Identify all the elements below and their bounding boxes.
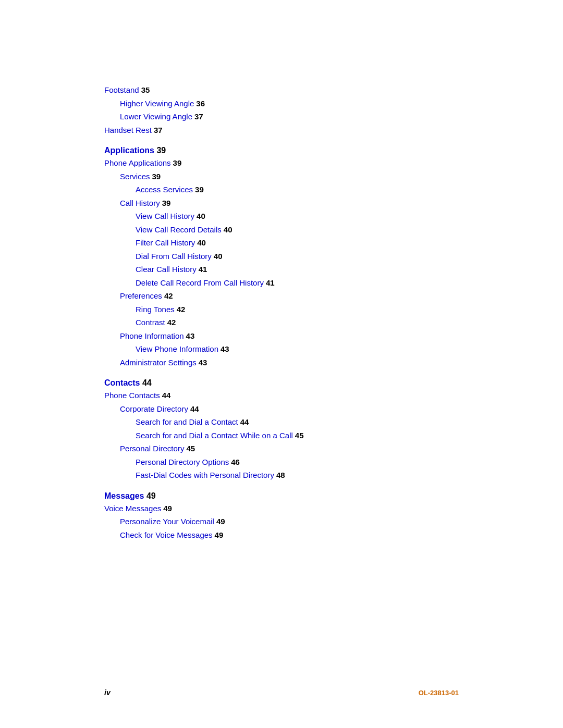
toc-entry-text: Filter Call History xyxy=(136,238,195,247)
toc-entry-text: Phone Applications xyxy=(104,158,171,167)
toc-entry: Phone Information43 xyxy=(120,329,459,343)
footer-page-number: iv xyxy=(104,688,111,697)
toc-entry-text: Corporate Directory xyxy=(120,404,188,413)
toc-entry-page: 44 xyxy=(240,417,249,426)
toc-entry-page: 48 xyxy=(276,471,285,479)
toc-entry-text: Phone Information xyxy=(120,331,184,340)
toc-entry-text: Ring Tones xyxy=(136,305,175,314)
toc-entry-text: Administrator Settings xyxy=(120,358,197,367)
toc-entry-text: Phone Contacts xyxy=(104,391,160,400)
toc-entry-page: 37 xyxy=(154,126,163,134)
toc-entry-page: 35 xyxy=(141,85,150,94)
toc-entry: Ring Tones42 xyxy=(136,303,459,316)
toc-entry: View Call History40 xyxy=(136,209,459,223)
toc-entry-page: 40 xyxy=(197,212,205,220)
toc-entry: Services39 xyxy=(120,170,459,183)
section-heading-page: 39 xyxy=(156,146,166,155)
toc-entry: Footstand35 xyxy=(104,83,459,97)
toc-entry-text: Personalize Your Voicemail xyxy=(120,517,214,526)
toc-entry-text: Dial From Call History xyxy=(136,252,212,261)
toc-entry: Personalize Your Voicemail49 xyxy=(120,515,459,528)
toc-entry: Messages 49 xyxy=(104,491,459,501)
section-heading-text: Applications xyxy=(104,146,154,155)
toc-entry-text: Call History xyxy=(120,199,160,207)
toc-entry-text: Lower Viewing Angle xyxy=(120,112,192,121)
toc-entry-text: Check for Voice Messages xyxy=(120,530,213,539)
toc-entry-page: 43 xyxy=(186,331,195,340)
toc-entry-page: 43 xyxy=(221,344,229,353)
toc-entry-page: 39 xyxy=(162,199,171,207)
toc-entry: Check for Voice Messages49 xyxy=(120,528,459,542)
toc-entry-page: 45 xyxy=(186,444,195,453)
toc-entry: View Call Record Details40 xyxy=(136,223,459,237)
toc-entry: Voice Messages49 xyxy=(104,502,459,515)
toc-container: Footstand35Higher Viewing Angle36Lower V… xyxy=(104,83,459,541)
toc-entry-page: 41 xyxy=(266,278,275,287)
toc-entry: Phone Contacts44 xyxy=(104,389,459,402)
toc-entry-page: 40 xyxy=(214,252,223,261)
toc-entry-page: 39 xyxy=(173,158,182,167)
toc-entry-page: 49 xyxy=(216,517,225,526)
toc-entry-page: 49 xyxy=(215,530,224,539)
toc-entry-page: 44 xyxy=(162,391,171,400)
toc-entry: Contacts 44 xyxy=(104,378,459,388)
toc-entry: Search for and Dial a Contact While on a… xyxy=(136,429,459,442)
toc-entry: Access Services39 xyxy=(136,183,459,196)
toc-entry-text: Personal Directory Options xyxy=(136,458,229,466)
toc-entry-text: View Call History xyxy=(136,212,194,220)
toc-entry: Higher Viewing Angle36 xyxy=(120,97,459,110)
toc-entry: Clear Call History41 xyxy=(136,263,459,276)
section-heading-page: 44 xyxy=(142,378,152,387)
toc-entry: Administrator Settings43 xyxy=(120,356,459,369)
toc-entry: Fast-Dial Codes with Personal Directory4… xyxy=(136,468,459,482)
toc-entry-text: Voice Messages xyxy=(104,504,161,513)
toc-entry-page: 36 xyxy=(196,99,205,108)
toc-entry-page: 40 xyxy=(197,238,206,247)
toc-entry-text: Contrast xyxy=(136,318,165,327)
toc-entry-text: Access Services xyxy=(136,185,193,194)
toc-entry-page: 39 xyxy=(152,172,161,181)
section-heading-text: Messages xyxy=(104,491,144,500)
toc-entry: View Phone Information43 xyxy=(136,342,459,356)
toc-entry-page: 41 xyxy=(199,265,207,274)
toc-entry-text: Fast-Dial Codes with Personal Directory xyxy=(136,471,274,479)
section-heading-text: Contacts xyxy=(104,378,140,387)
toc-entry-page: 44 xyxy=(190,404,199,413)
toc-entry-text: Handset Rest xyxy=(104,126,152,134)
toc-entry-page: 37 xyxy=(194,112,203,121)
toc-entry-text: Search for and Dial a Contact xyxy=(136,417,238,426)
toc-entry-page: 43 xyxy=(199,358,207,367)
footer-doc-number: OL-23813-01 xyxy=(419,689,459,697)
toc-entry-page: 46 xyxy=(231,458,240,466)
toc-entry-text: View Call Record Details xyxy=(136,225,222,234)
toc-entry: Contrast42 xyxy=(136,316,459,329)
toc-entry: Phone Applications39 xyxy=(104,156,459,170)
toc-entry: Applications 39 xyxy=(104,146,459,155)
toc-entry-page: 45 xyxy=(295,431,304,440)
toc-entry: Lower Viewing Angle37 xyxy=(120,110,459,124)
toc-entry-page: 42 xyxy=(167,318,176,327)
toc-entry: Corporate Directory44 xyxy=(120,402,459,416)
page-footer: iv OL-23813-01 xyxy=(104,688,459,697)
toc-entry-page: 39 xyxy=(195,185,204,194)
toc-entry: Personal Directory45 xyxy=(120,442,459,455)
toc-entry-page: 40 xyxy=(224,225,232,234)
section-heading-page: 49 xyxy=(146,491,156,500)
toc-entry-text: Delete Call Record From Call History xyxy=(136,278,264,287)
toc-entry-page: 42 xyxy=(177,305,186,314)
toc-entry: Personal Directory Options46 xyxy=(136,455,459,469)
toc-entry-text: View Phone Information xyxy=(136,344,218,353)
toc-entry-text: Clear Call History xyxy=(136,265,197,274)
toc-entry: Search for and Dial a Contact44 xyxy=(136,415,459,429)
toc-entry: Handset Rest37 xyxy=(104,124,459,137)
toc-entry-text: Preferences xyxy=(120,291,162,300)
toc-entry-text: Higher Viewing Angle xyxy=(120,99,194,108)
toc-entry-page: 42 xyxy=(164,291,173,300)
toc-entry-text: Search for and Dial a Contact While on a… xyxy=(136,431,293,440)
toc-entry: Filter Call History40 xyxy=(136,236,459,250)
toc-entry: Call History39 xyxy=(120,196,459,210)
toc-entry: Delete Call Record From Call History41 xyxy=(136,276,459,290)
toc-entry: Dial From Call History40 xyxy=(136,250,459,263)
toc-entry-text: Services xyxy=(120,172,150,181)
toc-entry: Preferences42 xyxy=(120,289,459,303)
